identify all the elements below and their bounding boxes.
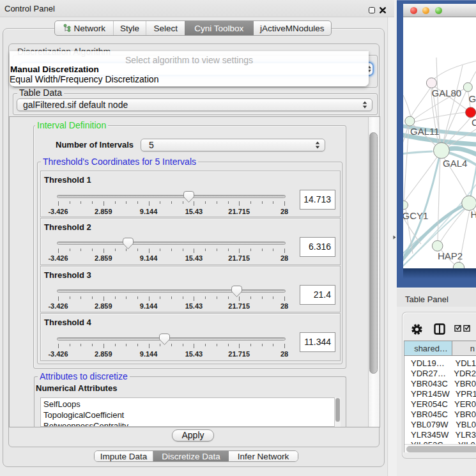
svg-text:C: C (472, 117, 476, 128)
svg-text:GAL4: GAL4 (443, 158, 467, 169)
svg-text:GCY1: GCY1 (403, 210, 428, 221)
svg-text:G.: G. (469, 93, 476, 104)
svg-text:GAL80: GAL80 (432, 88, 462, 98)
svg-text:GAL11: GAL11 (410, 126, 440, 137)
svg-text:HAP2: HAP2 (438, 250, 463, 261)
svg-text:H: H (471, 209, 476, 220)
